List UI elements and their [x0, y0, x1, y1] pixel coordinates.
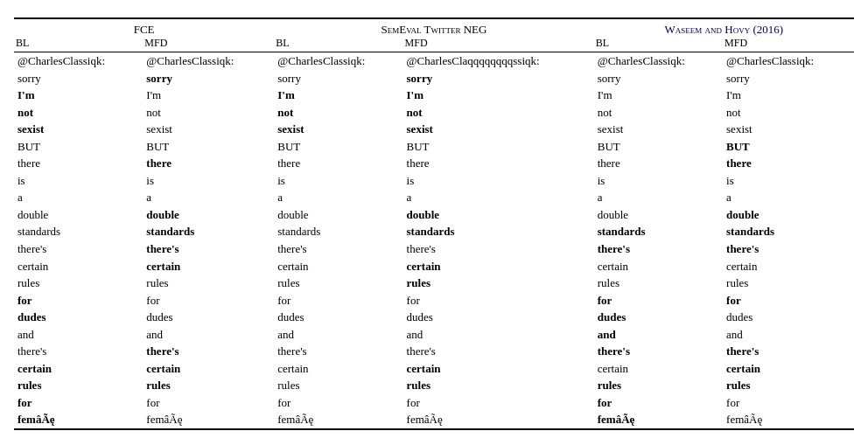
cell-r0-c2: @CharlesClassiqk: — [274, 52, 402, 70]
cell-r16-c0: and — [14, 326, 143, 344]
cell-r4-c4: sexist — [594, 121, 723, 138]
cell-r11-c0: there's — [14, 240, 143, 258]
cell-r0-c5: @CharlesClassiqk: — [723, 52, 854, 70]
table-row: dudesdudesdudesdudesdudesdudes — [14, 309, 854, 326]
cell-r7-c0: is — [14, 172, 143, 190]
cell-r13-c2: rules — [274, 275, 402, 292]
cell-r5-c5: BUT — [723, 138, 854, 156]
cell-r20-c2: for — [274, 394, 402, 412]
cell-r18-c1: certain — [143, 360, 274, 378]
cell-r4-c2: sexist — [274, 121, 402, 138]
cell-r10-c1: standards — [143, 223, 274, 240]
cell-r4-c0: sexist — [14, 121, 143, 138]
cell-r18-c5: certain — [723, 360, 854, 378]
cell-r19-c1: rules — [143, 377, 274, 394]
cell-r21-c5: femâÃę — [723, 411, 854, 429]
fce-label: FCE — [134, 23, 155, 36]
cell-r12-c1: certain — [143, 258, 274, 275]
cell-r14-c0: for — [14, 292, 143, 309]
cell-r1-c3: sorry — [403, 70, 594, 87]
cell-r17-c3: there's — [403, 343, 594, 360]
cell-r12-c0: certain — [14, 258, 143, 275]
cell-r16-c1: and — [143, 326, 274, 344]
cell-r15-c1: dudes — [143, 309, 274, 326]
table-row: I'mI'mI'mI'mI'mI'm — [14, 87, 854, 104]
cell-r19-c2: rules — [274, 377, 402, 394]
cell-r5-c0: BUT — [14, 138, 143, 156]
cell-r2-c0: I'm — [14, 87, 143, 104]
cell-r9-c4: double — [594, 206, 723, 224]
cell-r15-c3: dudes — [403, 309, 594, 326]
table-row: rulesrulesrulesrulesrulesrules — [14, 275, 854, 292]
table-row: there'sthere'sthere'sthere'sthere'sthere… — [14, 240, 854, 258]
cell-r6-c4: there — [594, 155, 723, 172]
cell-r3-c1: not — [143, 104, 274, 122]
sub-header-row: BL MFD BL MFD BL MFD — [14, 37, 854, 52]
cell-r17-c4: there's — [594, 343, 723, 360]
cell-r21-c3: femâÃę — [403, 411, 594, 429]
cell-r3-c0: not — [14, 104, 143, 122]
cell-r14-c1: for — [143, 292, 274, 309]
cell-r15-c4: dudes — [594, 309, 723, 326]
cell-r2-c4: I'm — [594, 87, 723, 104]
fce-group-header: FCE — [14, 18, 274, 37]
cell-r2-c5: I'm — [723, 87, 854, 104]
sub-header-mfd3: MFD — [723, 37, 854, 52]
table-row: notnotnotnotnotnot — [14, 104, 854, 122]
cell-r20-c0: for — [14, 394, 143, 412]
cell-r10-c0: standards — [14, 223, 143, 240]
cell-r19-c3: rules — [403, 377, 594, 394]
cell-r7-c1: is — [143, 172, 274, 190]
cell-r8-c5: a — [723, 189, 854, 206]
cell-r4-c1: sexist — [143, 121, 274, 138]
semeval-group-header: SemEval Twitter NEG — [274, 18, 594, 37]
cell-r0-c4: @CharlesClassiqk: — [594, 52, 723, 70]
cell-r18-c2: certain — [274, 360, 402, 378]
sub-header-mfd1: MFD — [143, 37, 274, 52]
cell-r21-c1: femâÃę — [143, 411, 274, 429]
cell-r16-c2: and — [274, 326, 402, 344]
table-row: andandandandandand — [14, 326, 854, 344]
cell-r12-c3: certain — [403, 258, 594, 275]
cell-r9-c0: double — [14, 206, 143, 224]
cell-r19-c5: rules — [723, 377, 854, 394]
waseem-group-header: Waseem and Hovy (2016) — [594, 18, 854, 37]
cell-r6-c2: there — [274, 155, 402, 172]
cell-r21-c4: femâÃę — [594, 411, 723, 429]
table-row: certaincertaincertaincertaincertaincerta… — [14, 360, 854, 378]
cell-r8-c2: a — [274, 189, 402, 206]
table-row: aaaaaa — [14, 189, 854, 206]
table-body: @CharlesClassiqk:@CharlesClassiqk:@Charl… — [14, 52, 854, 430]
cell-r8-c4: a — [594, 189, 723, 206]
cell-r13-c4: rules — [594, 275, 723, 292]
table-row: theretheretheretheretherethere — [14, 155, 854, 172]
cell-r1-c5: sorry — [723, 70, 854, 87]
cell-r5-c2: BUT — [274, 138, 402, 156]
cell-r7-c5: is — [723, 172, 854, 190]
cell-r4-c5: sexist — [723, 121, 854, 138]
cell-r14-c2: for — [274, 292, 402, 309]
cell-r9-c2: double — [274, 206, 402, 224]
cell-r9-c5: double — [723, 206, 854, 224]
table-row: femâÃęfemâÃęfemâÃęfemâÃęfemâÃęfemâÃę — [14, 411, 854, 429]
cell-r21-c0: femâÃę — [14, 411, 143, 429]
cell-r12-c4: certain — [594, 258, 723, 275]
cell-r19-c4: rules — [594, 377, 723, 394]
cell-r20-c4: for — [594, 394, 723, 412]
table-row: there'sthere'sthere'sthere'sthere'sthere… — [14, 343, 854, 360]
cell-r2-c2: I'm — [274, 87, 402, 104]
cell-r12-c5: certain — [723, 258, 854, 275]
semeval-label: SemEval Twitter NEG — [382, 23, 487, 36]
cell-r20-c1: for — [143, 394, 274, 412]
cell-r21-c2: femâÃę — [274, 411, 402, 429]
cell-r1-c0: sorry — [14, 70, 143, 87]
cell-r5-c3: BUT — [403, 138, 594, 156]
cell-r20-c5: for — [723, 394, 854, 412]
table-row: sexistsexistsexistsexistsexistsexist — [14, 121, 854, 138]
cell-r16-c5: and — [723, 326, 854, 344]
group-header-row: FCE SemEval Twitter NEG Waseem and Hovy … — [14, 18, 854, 37]
sub-header-bl2: BL — [274, 37, 402, 52]
cell-r10-c5: standards — [723, 223, 854, 240]
cell-r1-c2: sorry — [274, 70, 402, 87]
cell-r7-c4: is — [594, 172, 723, 190]
